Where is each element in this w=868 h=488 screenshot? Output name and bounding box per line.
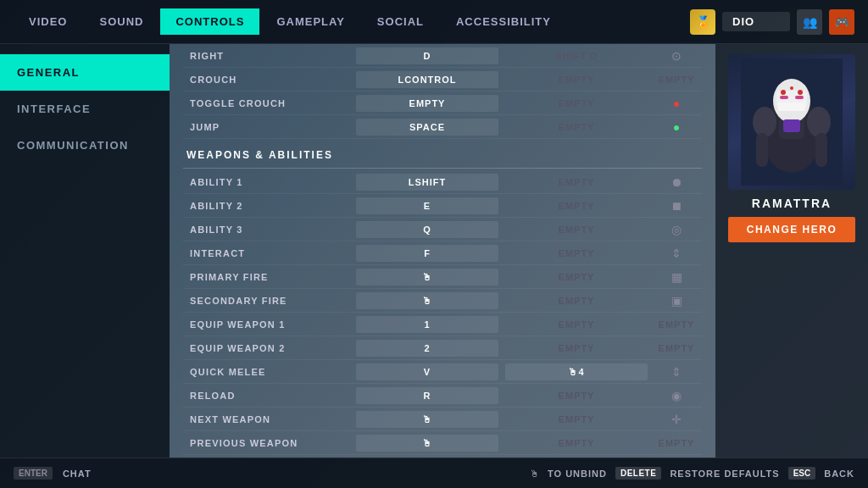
nav-tabs: VIDEO SOUND CONTROLS GAMEPLAY SOCIAL ACC… [14, 8, 566, 35]
table-row: JUMP SPACE EMPTY ● [183, 115, 702, 139]
sidebar-item-communication[interactable]: COMMUNICATION [0, 127, 170, 164]
svg-rect-15 [815, 133, 827, 167]
table-row: RIGHT D SHIFT D ⊙ [183, 44, 702, 68]
svg-point-12 [798, 90, 803, 95]
sidebar-item-general[interactable]: GENERAL [0, 54, 170, 91]
table-row: ABILITY 1 LSHIFT EMPTY ⏺ [183, 170, 702, 194]
movement-controls: RIGHT D SHIFT D ⊙ CROUCH LCONTROL EMPTY … [183, 44, 702, 139]
table-row: SECONDARY FIRE 🖱 EMPTY ▣ [183, 289, 702, 313]
table-row: INTERACT F EMPTY ⇕ [183, 241, 702, 265]
sidebar: GENERAL INTERFACE COMMUNICATION [0, 44, 170, 458]
table-row: PREVIOUS WEAPON 🖱 EMPTY EMPTY [183, 431, 702, 455]
table-row: EQUIP WEAPON 2 2 EMPTY EMPTY [183, 336, 702, 360]
table-row: CROUCH LCONTROL EMPTY EMPTY [183, 68, 702, 92]
unbind-icon: 🖱 [530, 469, 539, 479]
tab-accessibility[interactable]: ACCESSIBILITY [441, 8, 566, 35]
table-row: NEXT WEAPON 🖱 EMPTY ✛ [183, 408, 702, 431]
chat-label: CHAT [63, 469, 92, 479]
content-area: GENERAL INTERFACE COMMUNICATION RIGHT D … [0, 44, 868, 458]
bottom-right-controls: 🖱 TO UNBIND DELETE RESTORE DEFAULTS ESC … [530, 467, 854, 480]
esc-key[interactable]: ESC [788, 467, 816, 480]
svg-rect-14 [756, 133, 768, 167]
weapons-abilities-table: ABILITY 1 LSHIFT EMPTY ⏺ ABILITY 2 E EMP… [183, 170, 702, 455]
hero-panel: RAMATTRA CHANGE HERO [715, 44, 868, 458]
table-row: PRIMARY FIRE 🖱 EMPTY ▦ [183, 265, 702, 289]
friends-icon-btn[interactable]: 👥 [797, 9, 822, 35]
svg-point-3 [807, 107, 831, 137]
table-row: QUICK MELEE V 🖱4 ⇕ [183, 360, 702, 384]
svg-rect-8 [795, 96, 804, 99]
back-label: BACK [824, 469, 854, 479]
controls-main: RIGHT D SHIFT D ⊙ CROUCH LCONTROL EMPTY … [170, 44, 715, 458]
table-row: EQUIP WEAPON 1 1 EMPTY EMPTY [183, 313, 702, 336]
hero-portrait [728, 54, 855, 190]
svg-rect-9 [783, 119, 800, 132]
hero-silhouette [741, 58, 843, 186]
unbind-label: TO UNBIND [548, 469, 607, 479]
nav-right: 🏅 DIO 👥 🎮 [690, 9, 854, 35]
svg-point-11 [781, 90, 786, 95]
svg-point-13 [790, 86, 793, 90]
bottom-bar: ENTER CHAT 🖱 TO UNBIND DELETE RESTORE DE… [0, 458, 868, 488]
tab-video[interactable]: VIDEO [14, 8, 82, 35]
hero-name: RAMATTRA [752, 197, 832, 210]
overwatch-icon-btn[interactable]: 🎮 [829, 9, 854, 35]
change-hero-button[interactable]: CHANGE HERO [728, 217, 855, 242]
table-row: TOGGLE CROUCH EMPTY EMPTY ● [183, 92, 702, 115]
svg-rect-7 [780, 96, 788, 99]
rank-badge: 🏅 [690, 9, 715, 35]
top-navigation: VIDEO SOUND CONTROLS GAMEPLAY SOCIAL ACC… [0, 0, 868, 44]
sidebar-item-interface[interactable]: INTERFACE [0, 91, 170, 127]
tab-social[interactable]: SOCIAL [362, 8, 439, 35]
delete-key: DELETE [615, 467, 661, 480]
username-display: DIO [722, 12, 790, 31]
table-row: ABILITY 2 E EMPTY ⏹ [183, 194, 702, 218]
table-row: ABILITY 3 Q EMPTY ◎ [183, 218, 702, 241]
weapons-abilities-header: WEAPONS & ABILITIES [183, 139, 702, 169]
enter-key: ENTER [14, 467, 53, 480]
svg-rect-10 [778, 103, 805, 111]
tab-sound[interactable]: SOUND [84, 8, 159, 35]
table-row: RELOAD R EMPTY ◉ [183, 384, 702, 408]
restore-defaults-label: RESTORE DEFAULTS [670, 469, 779, 479]
svg-point-2 [753, 107, 776, 137]
tab-controls[interactable]: CONTROLS [160, 8, 259, 35]
tab-gameplay[interactable]: GAMEPLAY [261, 8, 359, 35]
